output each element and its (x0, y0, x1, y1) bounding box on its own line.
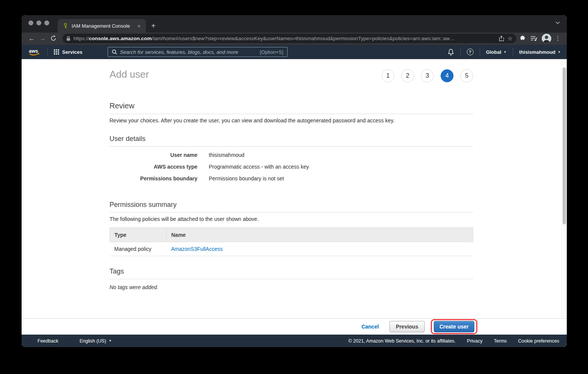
divider (109, 146, 473, 147)
zoom-window-button[interactable] (44, 20, 49, 25)
column-header-type: Type (110, 228, 167, 242)
notifications-bell-icon[interactable] (447, 49, 454, 56)
chevron-down-icon: ▼ (558, 50, 561, 54)
column-header-name: Name (167, 228, 473, 242)
services-label: Services (62, 49, 83, 55)
site-footer: Feedback English (US) ▼ © 2021, Amazon W… (22, 335, 567, 347)
previous-button[interactable]: Previous (389, 321, 425, 332)
divider (480, 48, 480, 56)
chevron-down-icon: ▼ (504, 50, 507, 54)
wizard-steps: 1 2 3 4 5 (382, 69, 473, 82)
permissions-summary-heading: Permissions summary (109, 201, 473, 209)
new-tab-button[interactable]: + (151, 22, 156, 30)
detail-row: AWS access type Programmatic access - wi… (109, 164, 473, 175)
create-user-button[interactable]: Create user (434, 321, 474, 332)
tab-strip: IAM Management Console × + (22, 15, 567, 33)
region-dropdown[interactable]: Global ▼ (486, 49, 507, 55)
help-icon[interactable]: ? (467, 49, 474, 55)
divider (513, 48, 513, 56)
cancel-button[interactable]: Cancel (361, 324, 379, 330)
language-dropdown[interactable]: English (US) ▼ (80, 338, 112, 344)
account-label: thisismahmoud (519, 49, 555, 55)
key-favicon-icon (63, 23, 68, 28)
tags-heading: Tags (109, 268, 473, 275)
reload-button[interactable] (48, 35, 59, 41)
detail-row: User name thisismahmoud (109, 152, 473, 164)
scrollbar-thumb[interactable] (563, 67, 566, 224)
profile-avatar[interactable] (542, 34, 551, 43)
divider (109, 279, 473, 279)
search-input[interactable] (120, 49, 257, 55)
detail-label: Permissions boundary (109, 175, 197, 182)
detail-row: Permissions boundary Permissions boundar… (109, 175, 473, 187)
copyright-text: © 2021, Amazon Web Services, Inc. or its… (348, 338, 455, 344)
policy-type-cell: Managed policy (110, 242, 167, 256)
divider (460, 48, 461, 56)
review-heading: Review (109, 102, 473, 110)
grid-icon (54, 49, 59, 55)
detail-label: User name (109, 152, 197, 158)
close-window-button[interactable] (28, 20, 33, 25)
extensions-puzzle-icon[interactable] (519, 35, 526, 42)
policy-name-link[interactable]: AmazonS3FullAccess (171, 246, 223, 252)
lock-icon[interactable] (66, 36, 70, 41)
cookie-preferences-link[interactable]: Cookie preferences (518, 338, 559, 344)
main-content: Add user 1 2 3 4 5 Review Review your ch… (22, 59, 567, 318)
highlight-annotation: Create user (431, 319, 477, 334)
browser-window: IAM Management Console × + ← → https://c… (22, 15, 567, 347)
feedback-link[interactable]: Feedback (38, 338, 58, 344)
address-bar[interactable]: https://console.aws.amazon.com/iam/home#… (63, 34, 516, 43)
svg-text:aws: aws (29, 48, 38, 54)
back-button[interactable]: ← (26, 35, 37, 42)
step-5: 5 (460, 69, 473, 82)
divider (109, 212, 473, 213)
global-search[interactable]: [Option+S] (108, 47, 288, 57)
table-row: Managed policy AmazonS3FullAccess (110, 242, 473, 256)
tab-close-icon[interactable]: × (136, 22, 142, 30)
tags-empty-text: No tags were added. (109, 284, 473, 290)
share-icon[interactable] (499, 36, 504, 41)
forward-button[interactable]: → (37, 35, 48, 42)
step-3: 3 (421, 69, 434, 82)
user-details-heading: User details (109, 135, 473, 143)
step-1: 1 (382, 69, 394, 82)
detail-value: Permissions boundary is not set (209, 175, 284, 182)
account-dropdown[interactable]: thisismahmoud ▼ (519, 49, 561, 55)
policies-table: Type Name Managed policy AmazonS3FullAcc… (109, 227, 473, 256)
bookmark-star-icon[interactable]: ☆ (508, 36, 513, 41)
url-text: https://console.aws.amazon.com/iam/home#… (74, 36, 499, 41)
tab-search-chevron-icon[interactable] (555, 21, 560, 24)
step-4-active: 4 (441, 69, 454, 82)
aws-navbar: aws Services [Option+S] ? Global ▼ (22, 45, 567, 59)
minimize-window-button[interactable] (36, 20, 41, 25)
divider (47, 48, 48, 56)
browser-toolbar: ← → https://console.aws.amazon.com/iam/h… (22, 33, 567, 45)
privacy-link[interactable]: Privacy (467, 338, 483, 344)
browser-tab[interactable]: IAM Management Console × (58, 19, 146, 33)
divider (109, 114, 473, 114)
browser-menu-icon[interactable]: ⋮ (554, 35, 562, 42)
permissions-description: The following policies will be attached … (109, 216, 473, 222)
wizard-action-bar: Cancel Previous Create user (22, 318, 567, 335)
media-playlist-icon[interactable] (530, 36, 537, 41)
scrollbar-track[interactable] (561, 59, 567, 318)
services-menu[interactable]: Services (54, 49, 83, 55)
detail-value: Programmatic access - with an access key (209, 164, 309, 170)
detail-label: AWS access type (109, 164, 197, 170)
region-label: Global (486, 49, 501, 55)
review-description: Review your choices. After you create th… (109, 117, 473, 124)
window-controls[interactable] (28, 20, 49, 25)
search-icon (112, 49, 117, 55)
terms-link[interactable]: Terms (494, 338, 507, 344)
language-label: English (US) (80, 338, 106, 344)
search-shortcut: [Option+S] (260, 49, 283, 55)
detail-value: thisismahmoud (209, 152, 244, 158)
tab-title: IAM Management Console (72, 23, 136, 29)
chevron-down-icon: ▼ (109, 339, 112, 343)
aws-logo[interactable]: aws (28, 47, 41, 56)
step-2: 2 (401, 69, 414, 82)
